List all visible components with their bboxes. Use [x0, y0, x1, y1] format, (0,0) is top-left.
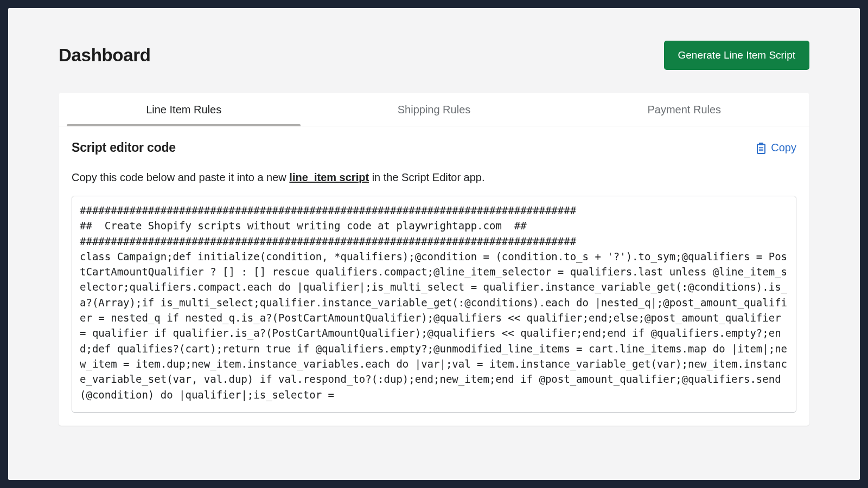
instruction-suffix: in the Script Editor app.: [369, 171, 484, 183]
section-title: Script editor code: [72, 140, 176, 155]
instruction-text: Copy this code below and paste it into a…: [72, 171, 796, 184]
line-item-script-link[interactable]: line_item script: [289, 171, 369, 183]
card-body: Script editor code Copy: [59, 126, 809, 426]
tab-label: Line Item Rules: [146, 104, 221, 115]
tab-label: Shipping Rules: [398, 104, 471, 115]
clipboard-icon: [756, 142, 767, 154]
tab-shipping-rules[interactable]: Shipping Rules: [309, 93, 559, 126]
content-wrapper: Dashboard Generate Line Item Script Line…: [8, 8, 860, 426]
page-title: Dashboard: [59, 45, 151, 66]
instruction-prefix: Copy this code below and paste it into a…: [72, 171, 289, 183]
card: Line Item Rules Shipping Rules Payment R…: [59, 93, 809, 426]
svg-rect-1: [759, 143, 763, 145]
header-row: Dashboard Generate Line Item Script: [59, 41, 809, 70]
main-window: Dashboard Generate Line Item Script Line…: [8, 8, 860, 480]
section-header: Script editor code Copy: [72, 140, 796, 155]
generate-line-item-script-button[interactable]: Generate Line Item Script: [664, 41, 810, 70]
tab-line-item-rules[interactable]: Line Item Rules: [59, 93, 309, 126]
tab-payment-rules[interactable]: Payment Rules: [559, 93, 809, 126]
tab-label: Payment Rules: [648, 104, 722, 115]
copy-label: Copy: [771, 142, 796, 154]
tabs: Line Item Rules Shipping Rules Payment R…: [59, 93, 809, 126]
copy-button[interactable]: Copy: [756, 142, 796, 154]
script-code-textarea[interactable]: ########################################…: [72, 196, 796, 413]
